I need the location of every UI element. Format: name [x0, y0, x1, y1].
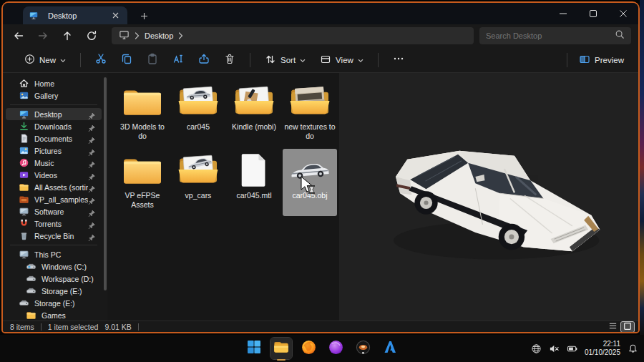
file-tile-vp-efpse-assets[interactable]: VP eFPSe Assets [115, 149, 170, 216]
sidebar-item-torrents[interactable]: Torrents [6, 217, 102, 230]
chevron-right-icon[interactable] [135, 29, 140, 42]
paste-button[interactable] [141, 50, 164, 70]
sidebar-item-all-assets-sorting-[interactable]: All Assets (sorting) [6, 181, 102, 193]
sidebar-item-downloads[interactable]: Downloads [6, 120, 102, 132]
preview-toggle-button[interactable]: Preview [573, 50, 630, 70]
battery-icon[interactable] [567, 343, 578, 354]
blue-a-logo-app[interactable] [379, 338, 401, 359]
sphere-icon [355, 339, 371, 358]
trash-icon [224, 53, 235, 67]
chevron-down-icon [300, 56, 306, 64]
share-icon [198, 53, 210, 67]
explorer-tab[interactable]: Desktop [23, 6, 127, 24]
copy-icon [121, 53, 132, 67]
taskbar-clock[interactable]: 22:11 01/10/2025 [585, 340, 620, 357]
file-tile-car045-obj[interactable]: car045.obj [283, 149, 337, 216]
pictures-icon [19, 145, 30, 157]
file-tile-new-textures-to-do[interactable]: new textures to do [283, 80, 337, 147]
share-button[interactable] [192, 50, 215, 70]
explorer-icon [273, 338, 290, 358]
sidebar-item-gallery[interactable]: Gallery [6, 89, 102, 102]
tab-desktop-icon [29, 10, 39, 21]
sidebar-item-workspace-d-[interactable]: Workspace (D:) [6, 273, 102, 285]
sidebar-item-label: Software [34, 207, 88, 216]
more-options-button[interactable] [387, 50, 410, 70]
search-bar[interactable] [479, 27, 631, 44]
file-tile-kindle-mobi-[interactable]: Kindle (mobi) [227, 80, 281, 147]
details-view-toggle[interactable] [606, 322, 619, 332]
sidebar-item-storage-e-[interactable]: Storage (E:) [6, 285, 102, 297]
new-tab-button[interactable] [137, 9, 150, 22]
sidebar-separator [10, 245, 97, 245]
file-tile-car045[interactable]: car045 [171, 80, 225, 147]
rename-icon [172, 53, 184, 67]
sidebar-item-documents[interactable]: Documents [6, 132, 102, 145]
file-explorer-app[interactable] [270, 338, 292, 359]
close-button[interactable] [608, 3, 638, 24]
volume-muted-icon[interactable] [549, 343, 560, 354]
firefox-app[interactable] [298, 338, 319, 359]
breadcrumb[interactable]: Desktop [145, 31, 173, 40]
purple-orb-app[interactable] [325, 338, 346, 359]
status-divider [138, 323, 139, 331]
sidebar-item-label: Desktop [34, 110, 88, 119]
minimize-button[interactable] [548, 3, 578, 24]
pin-icon [88, 147, 96, 155]
rename-button[interactable] [167, 50, 190, 70]
ellipsis-icon [393, 53, 404, 67]
sidebar-item-software[interactable]: Software [6, 205, 102, 217]
sidebar-item-this-pc[interactable]: This PC [6, 248, 102, 260]
chevron-right-icon[interactable] [178, 29, 183, 42]
pin-icon [88, 232, 96, 240]
sidebar-item-desktop[interactable]: Desktop [6, 108, 102, 120]
preview-pane [339, 73, 638, 321]
sidebar-item-recycle-bin[interactable]: Recycle Bin [6, 230, 102, 242]
up-icon[interactable] [60, 29, 74, 43]
sidebar-item-home[interactable]: Home [6, 77, 102, 89]
sidebar-item-vp-all-samples-presets[interactable]: VP_all_samples_presets [6, 193, 102, 205]
refresh-icon[interactable] [84, 29, 99, 43]
start-button[interactable] [243, 338, 265, 359]
address-bar[interactable]: Desktop [112, 27, 474, 44]
folder-icon [26, 310, 37, 321]
maximize-button[interactable] [578, 3, 608, 24]
file-name: 3D Models to do [115, 122, 170, 140]
sidebar-item-label: Games [42, 311, 102, 320]
sidebar-item-label: All Assets (sorting) [34, 183, 88, 192]
sidebar-item-label: Workspace (D:) [42, 275, 102, 283]
titlebar: Desktop [3, 3, 638, 24]
large-icons-view-toggle[interactable] [621, 322, 634, 332]
file-tile-vp-cars[interactable]: vp_cars [171, 149, 225, 216]
tab-close-icon[interactable] [109, 9, 122, 22]
network-globe-icon[interactable] [531, 343, 542, 354]
sidebar-item-videos[interactable]: Videos [6, 169, 102, 181]
file-tile-3d-models-to-do[interactable]: 3D Models to do [115, 80, 170, 147]
back-icon[interactable] [11, 29, 26, 43]
sort-button[interactable]: Sort [259, 50, 311, 70]
new-button[interactable]: New [19, 50, 72, 69]
view-button[interactable]: View [314, 50, 369, 70]
sphere-app[interactable] [352, 338, 374, 359]
cut-button[interactable] [89, 50, 112, 70]
videos-icon [19, 170, 30, 181]
copy-button[interactable] [115, 50, 138, 70]
notifications-bell-icon[interactable] [627, 343, 638, 354]
forward-icon[interactable] [36, 29, 50, 43]
firefox-icon [301, 339, 317, 358]
search-icon[interactable] [615, 29, 625, 42]
sidebar-item-label: Pictures [34, 147, 88, 155]
sidebar-item-label: Gallery [34, 92, 102, 100]
search-input[interactable] [486, 31, 615, 40]
sidebar-item-music[interactable]: Music [6, 157, 102, 169]
sidebar-item-windows-c-[interactable]: Windows (C:) [6, 260, 102, 273]
sidebar-scrollbar[interactable] [104, 77, 107, 290]
sidebar-item-pictures[interactable]: Pictures [6, 145, 102, 157]
preview-pane-icon [579, 54, 590, 67]
downloads-icon [19, 121, 30, 132]
desktop-icon [19, 109, 30, 120]
delete-button[interactable] [218, 50, 241, 70]
window-body: HomeGalleryDesktopDownloadsDocumentsPict… [3, 73, 638, 321]
sidebar-item-games[interactable]: Games [6, 309, 102, 321]
sidebar-item-storage-e-[interactable]: Storage (E:) [6, 297, 102, 309]
file-tile-car045-mtl[interactable]: car045.mtl [227, 149, 281, 216]
